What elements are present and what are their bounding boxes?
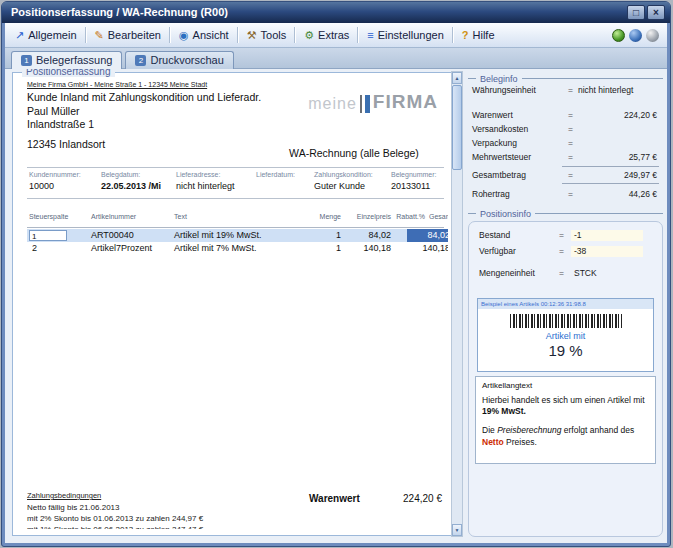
toolbar-separator bbox=[85, 27, 87, 43]
field-value[interactable]: 10000 bbox=[29, 181, 81, 191]
field-value[interactable]: 22.05.2013 /Mi bbox=[101, 181, 161, 191]
table-row[interactable]: 1 ART00040 Artikel mit 19% MwSt. 1 84,02… bbox=[27, 229, 444, 242]
bestand-value: -1 bbox=[571, 230, 643, 241]
row-label: Mengeneinheit bbox=[479, 268, 535, 278]
menu-einstellungen[interactable]: ≡ Einstellungen bbox=[362, 27, 448, 43]
barcode bbox=[510, 314, 622, 328]
positionsinfo-row: Mengeneinheit = STCK bbox=[479, 268, 652, 280]
table-row[interactable]: 2 Artikel7Prozent Artikel mit 7% MwSt. 1… bbox=[27, 242, 444, 255]
mengeneinheit-value: STCK bbox=[574, 268, 597, 278]
scroll-up-icon[interactable]: ▲ bbox=[452, 72, 462, 84]
beleginfo-row: Gesamtbetrag = 249,97 € bbox=[472, 170, 659, 181]
langtext-paragraph: Hierbei handelt es sich um einen Artikel… bbox=[482, 395, 649, 417]
row-value: 224,20 € bbox=[624, 110, 657, 120]
field-belegnummer: Belegnummer: 20133011 bbox=[391, 171, 437, 191]
field-label: Lieferdatum: bbox=[256, 171, 295, 178]
col-rabatt: Rabatt.% bbox=[395, 213, 425, 220]
beleginfo-header: Beleginfo bbox=[468, 73, 663, 84]
table-header-rule bbox=[27, 227, 444, 228]
row-label: Währungseinheit bbox=[472, 85, 536, 95]
field-lieferadresse: Lieferadresse: nicht hinterlegt bbox=[176, 171, 235, 191]
beleginfo-row: Rohertrag = 44,26 € bbox=[472, 189, 659, 200]
field-label: Kundennummer: bbox=[29, 171, 81, 178]
field-label: Belegdatum: bbox=[101, 171, 161, 178]
equals-sign: = bbox=[568, 152, 573, 162]
title-bar[interactable]: Positionserfassung / WA-Rechnung (R00) □… bbox=[2, 2, 670, 23]
cell-einzelpreis: 140,18 bbox=[345, 242, 391, 255]
toolbar-separator bbox=[357, 27, 359, 43]
cell-text: Artikel mit 7% MwSt. bbox=[174, 242, 257, 255]
scroll-down-icon[interactable]: ▼ bbox=[452, 524, 462, 536]
beleginfo-row: Verpackung = bbox=[472, 138, 659, 149]
restore-icon[interactable]: □ bbox=[627, 5, 645, 20]
row-value: 44,26 € bbox=[629, 189, 657, 199]
menu-ansicht[interactable]: ◉ Ansicht bbox=[174, 27, 234, 43]
tab-label: Druckvorschau bbox=[150, 54, 223, 66]
tax-cell-editor[interactable]: 1 bbox=[29, 230, 67, 241]
field-kundennummer: Kundennummer: 10000 bbox=[29, 171, 81, 191]
menu-label: Hilfe bbox=[473, 29, 495, 41]
main-scrollbar[interactable]: ▲ ▼ bbox=[451, 71, 463, 537]
menu-bearbeiten[interactable]: ✎ Bearbeiten bbox=[90, 27, 166, 43]
image-caption: Beispiel eines Artikels 00:12:36 31:98.8 bbox=[478, 299, 653, 309]
col-text: Text bbox=[174, 213, 187, 220]
pencil-icon: ✎ bbox=[95, 30, 104, 41]
equals-sign: = bbox=[559, 230, 564, 240]
row-label: Bestand bbox=[479, 230, 510, 240]
menu-tools[interactable]: ⚒ Tools bbox=[242, 27, 292, 43]
toolbar: ↗ Allgemein ✎ Bearbeiten ◉ Ansicht ⚒ Too… bbox=[5, 23, 667, 48]
toolbar-separator bbox=[237, 27, 239, 43]
field-belegdatum: Belegdatum: 22.05.2013 /Mi bbox=[101, 171, 161, 191]
tab-belegerfassung[interactable]: 1 Belegerfassung bbox=[11, 51, 122, 69]
article-image: Beispiel eines Artikels 00:12:36 31:98.8… bbox=[477, 298, 654, 372]
row-label: Warenwert bbox=[472, 110, 513, 120]
langtext-italic: Preisberechnung bbox=[497, 425, 561, 435]
positionsinfo-row: Bestand = -1 bbox=[479, 230, 652, 242]
logo-text-left: meine bbox=[308, 95, 357, 113]
tab-label: Belegerfassung bbox=[36, 54, 112, 66]
row-label: Versandkosten bbox=[472, 124, 528, 134]
menu-extras[interactable]: ⚙ Extras bbox=[299, 27, 354, 43]
cell-menge: 1 bbox=[291, 229, 341, 242]
menu-allgemein[interactable]: ↗ Allgemein bbox=[10, 27, 82, 43]
beleginfo-row: Versandkosten = bbox=[472, 124, 659, 135]
equals-sign: = bbox=[559, 268, 564, 278]
menu-label: Extras bbox=[318, 29, 349, 41]
warenwert-label: Warenwert bbox=[309, 493, 360, 504]
scroll-thumb[interactable] bbox=[452, 85, 462, 170]
row-label: Mehrwertsteuer bbox=[472, 152, 531, 162]
field-label: Belegnummer: bbox=[391, 171, 437, 178]
tab-strip: 1 Belegerfassung 2 Druckvorschau bbox=[5, 48, 667, 69]
close-icon[interactable]: × bbox=[647, 5, 665, 20]
cell-text: Artikel mit 19% MwSt. bbox=[174, 229, 262, 242]
warenwert-value: 224,20 € bbox=[357, 493, 442, 504]
field-value[interactable]: 20133011 bbox=[391, 181, 437, 191]
row-value: nicht hinterlegt bbox=[578, 85, 633, 95]
langtext-title: Artikellangtext bbox=[482, 381, 649, 391]
field-lieferdatum: Lieferdatum: bbox=[256, 171, 295, 181]
payment-line: mit 2% Skonto bis 01.06.2013 zu zahlen 2… bbox=[27, 514, 203, 523]
sender-line: Meine Firma GmbH - Meine Straße 1 - 1234… bbox=[27, 81, 207, 88]
verfuegbar-value: -38 bbox=[571, 246, 643, 257]
menu-hilfe[interactable]: ? Hilfe bbox=[457, 27, 500, 43]
tab-druckvorschau[interactable]: 2 Druckvorschau bbox=[125, 51, 233, 69]
row-label: Rohertrag bbox=[472, 189, 510, 199]
col-steuerspalte: Steuerspalte bbox=[29, 213, 68, 220]
app-window: Positionserfassung / WA-Rechnung (R00) □… bbox=[1, 1, 671, 547]
tab-number: 2 bbox=[135, 55, 146, 66]
positionsinfo-title: Positionsinfo bbox=[480, 209, 531, 219]
info-icon[interactable] bbox=[629, 29, 642, 42]
settings-icon: ≡ bbox=[367, 30, 373, 41]
globe-icon[interactable] bbox=[612, 29, 625, 42]
positionsinfo-header: Positionsinfo bbox=[468, 208, 663, 219]
arrow-icon: ↗ bbox=[15, 30, 24, 41]
equals-sign: = bbox=[568, 189, 573, 199]
image-percent: 19 % bbox=[478, 342, 653, 359]
logo-text-right: FIRMA bbox=[373, 91, 438, 113]
field-label: Zahlungskondition: bbox=[314, 171, 373, 178]
field-value[interactable]: Guter Kunde bbox=[314, 181, 373, 191]
status-icon[interactable] bbox=[646, 29, 659, 42]
langtext-span: Preises. bbox=[506, 437, 537, 447]
address-line: Paul Müller bbox=[27, 105, 80, 117]
field-value[interactable]: nicht hinterlegt bbox=[176, 181, 235, 191]
